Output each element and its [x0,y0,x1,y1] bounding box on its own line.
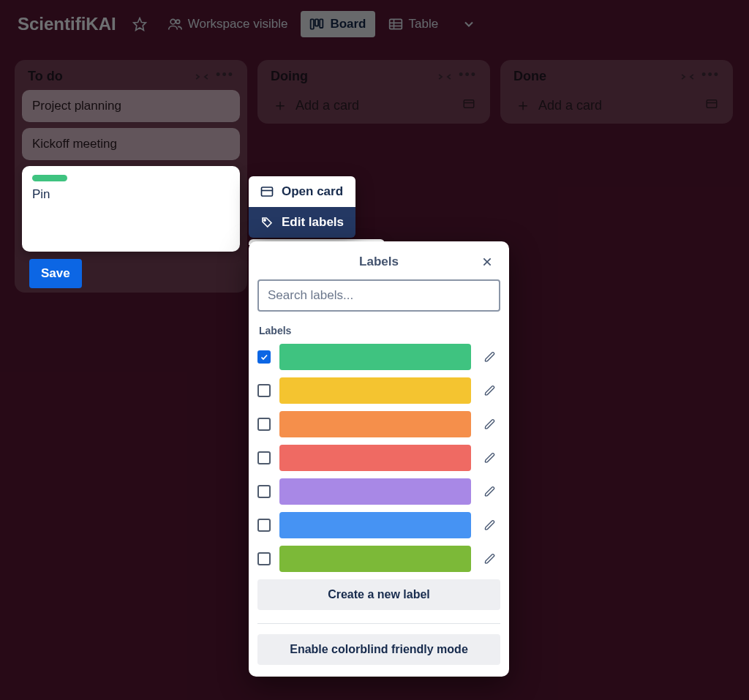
ctx-edit-labels[interactable]: Edit labels [249,207,355,238]
edit-label-button[interactable] [480,385,500,396]
divider [257,623,500,624]
svg-rect-14 [262,187,273,196]
star-button[interactable] [125,11,154,37]
label-row [257,445,500,471]
card-label-chip [32,175,67,181]
ctx-open-card[interactable]: Open card [249,176,355,207]
popover-close-button[interactable] [478,252,496,274]
list-menu-button[interactable]: ••• [701,67,720,83]
edit-label-button[interactable] [480,553,500,565]
board-icon [309,18,324,31]
collapse-icon [437,72,453,82]
board-top-bar: ScientifiKAI Workspace visible Board Tab… [0,0,749,48]
ctx-edit-label: Edit labels [282,215,344,230]
card-composer[interactable]: Pin [22,166,240,252]
add-card-row: ＋ Add a card [265,90,483,116]
pencil-icon [484,452,496,464]
add-card-row: ＋ Add a card [508,90,726,116]
svg-rect-12 [707,100,717,108]
board-title[interactable]: ScientifiKAI [18,14,116,34]
edit-label-button[interactable] [480,418,500,430]
template-icon [462,97,475,110]
label-swatch[interactable] [279,344,471,370]
colorblind-mode-button[interactable]: Enable colorblind friendly mode [257,634,500,665]
close-icon [481,256,493,268]
pencil-icon [484,418,496,430]
list-title[interactable]: To do [28,69,63,84]
label-checkbox[interactable] [257,485,271,498]
labels-section-header: Labels [259,325,499,336]
list-header: Done ••• [508,69,726,90]
card[interactable]: Kickoff meeting [22,128,240,160]
list-header-controls: ••• [680,70,720,83]
label-checkbox[interactable] [257,384,271,397]
template-icon [705,97,718,110]
save-button[interactable]: Save [29,259,82,288]
label-swatch[interactable] [279,512,471,538]
svg-rect-4 [315,19,318,26]
list-title[interactable]: Done [513,69,546,84]
labels-list [257,344,500,572]
svg-rect-3 [311,19,314,29]
labels-popover: Labels Labels Create a new label Enable … [249,241,509,677]
list-todo: To do ••• Project planning Kickoff meeti… [15,60,247,293]
plus-icon: ＋ [515,97,531,113]
add-card-label: Add a card [296,98,359,113]
card-template-button[interactable] [705,97,718,113]
label-checkbox[interactable] [257,350,271,364]
edit-label-button[interactable] [480,351,500,363]
list-menu-button[interactable]: ••• [459,67,477,83]
collapse-icon [194,72,210,82]
label-checkbox[interactable] [257,451,271,464]
label-checkbox[interactable] [257,552,271,565]
label-row [257,411,500,437]
svg-rect-5 [320,19,323,28]
edit-label-button[interactable] [480,486,500,497]
label-swatch[interactable] [279,411,471,437]
svg-point-1 [170,19,176,24]
label-row [257,377,500,404]
svg-rect-6 [389,19,402,29]
collapse-list-button[interactable] [680,72,696,82]
label-swatch[interactable] [279,478,471,505]
svg-point-2 [176,20,179,23]
add-card-label: Add a card [538,98,602,113]
collapse-list-button[interactable] [194,72,210,82]
collapse-list-button[interactable] [437,72,453,82]
list-header-controls: ••• [437,70,477,83]
label-checkbox[interactable] [257,418,271,431]
card-template-button[interactable] [462,97,475,113]
pencil-icon [484,351,496,363]
pencil-icon [484,486,496,497]
labels-search-input[interactable] [257,279,500,312]
check-icon [260,353,268,361]
label-checkbox[interactable] [257,519,271,532]
list-header: Doing ••• [265,69,483,90]
label-swatch[interactable] [279,377,471,404]
list-header-controls: ••• [194,70,234,83]
edit-label-button[interactable] [480,452,500,464]
view-table-button[interactable]: Table [380,11,448,37]
pencil-icon [484,519,496,531]
svg-rect-10 [464,100,474,108]
add-card-button[interactable]: ＋ Add a card [272,97,359,113]
label-row [257,546,500,572]
create-label-button[interactable]: Create a new label [257,579,500,610]
card-composer-text: Pin [32,187,230,202]
edit-label-button[interactable] [480,519,500,531]
card-icon [260,186,274,197]
label-swatch[interactable] [279,546,471,572]
view-table-label: Table [409,17,439,31]
list-done: Done ••• ＋ Add a card [500,60,733,124]
label-swatch[interactable] [279,445,471,471]
label-row [257,512,500,538]
label-row [257,478,500,505]
list-header: To do ••• [22,69,240,90]
card[interactable]: Project planning [22,90,240,122]
list-title[interactable]: Doing [271,69,308,84]
view-board-button[interactable]: Board [301,11,374,37]
add-card-button[interactable]: ＋ Add a card [515,97,602,113]
view-switcher-caret[interactable] [454,11,483,37]
workspace-visibility-button[interactable]: Workspace visible [159,11,297,37]
list-menu-button[interactable]: ••• [216,67,234,83]
